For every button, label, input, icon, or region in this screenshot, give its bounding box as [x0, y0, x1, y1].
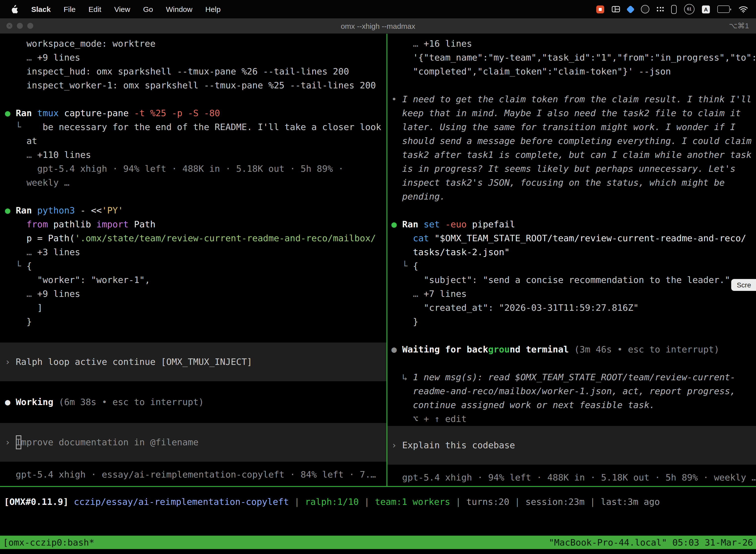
text-segment: └ [5, 122, 43, 132]
terminal-line: ● Ran tmux capture-pane -t %25 -p -S -80 [5, 106, 386, 120]
battery-percent-value: 61 [687, 7, 692, 11]
terminal-line: … +110 lines [5, 148, 386, 162]
blank-line [5, 329, 386, 342]
menu-item-edit[interactable]: Edit [88, 5, 102, 13]
terminal-line: at [5, 134, 386, 148]
text-segment: weekly … [5, 177, 69, 188]
window-grid-icon[interactable] [612, 6, 620, 12]
text-segment: team:1 workers [375, 496, 450, 507]
dots-grid-icon[interactable] [657, 7, 664, 11]
window-title-bar[interactable]: × omx --xhigh --madmax ⌥⌘1 [0, 18, 756, 34]
terminal-line: ● Working (6m 38s • esc to interrupt) [5, 395, 386, 409]
app-circle-icon[interactable] [641, 5, 649, 13]
screen-recording-indicator-icon[interactable] [596, 5, 604, 13]
text-segment: nd terminal [510, 344, 574, 354]
text-segment: ↳ [391, 372, 413, 382]
terminal-line: ● Waiting for background terminal (3m 46… [391, 342, 756, 356]
text-segment: workspace_mode: worktree [5, 38, 155, 49]
text-segment: grou [488, 344, 510, 354]
menu-item-window[interactable]: Window [166, 5, 192, 13]
prompt-band: › Ralph loop active continue [OMX_TMUX_I… [0, 342, 386, 381]
text-segment: … [26, 247, 37, 257]
menu-app-name[interactable]: Slack [31, 5, 51, 13]
input-source-icon[interactable]: A [702, 5, 710, 13]
text-segment: ralph:1/10 [305, 496, 359, 507]
text-segment: at [5, 135, 37, 146]
terminal-line: readme-and-reco/mailbox/worker-1.json, a… [391, 384, 756, 398]
text-segment: … [26, 52, 37, 63]
text-segment: { [413, 261, 419, 271]
text-segment [391, 288, 413, 299]
text-segment: turns:20 [466, 496, 509, 507]
text-segment [68, 496, 74, 507]
raycast-icon[interactable] [628, 6, 633, 12]
terminal-line: inspect_hud: omx sparkshell --tmux-pane … [5, 64, 386, 78]
terminal-line: later. Using the same for transition mig… [391, 120, 756, 134]
input-source-value: A [704, 6, 708, 12]
pill-icon[interactable] [671, 5, 677, 14]
text-segment [5, 52, 26, 63]
text-segment: +16 lines [424, 38, 472, 49]
terminal-line: pending. [391, 189, 756, 204]
text-segment: mprove documentation in @filename [21, 437, 198, 447]
text-segment: later. Using the same for transition mig… [391, 122, 736, 132]
text-segment: pending. [391, 191, 445, 202]
text-segment: Ran [402, 219, 424, 229]
terminal-line: is in progress? It seems likely but perh… [391, 162, 756, 176]
text-segment: -t %25 -p -S -80 [134, 108, 220, 118]
terminal-line: "completed","claim_token":"claim-token"}… [391, 64, 756, 78]
battery-percent-circle-icon[interactable]: 61 [684, 4, 694, 14]
text-segment: [OMX#0.11.9] [4, 496, 68, 507]
menu-item-view[interactable]: View [114, 5, 130, 13]
text-segment: Waiting for back [402, 344, 488, 354]
text-segment: p = Path( [5, 233, 75, 243]
text-segment: Ran [16, 205, 37, 215]
terminal-line: continue assigned work or next feasible … [391, 398, 756, 412]
terminal-line: } [391, 315, 756, 329]
menu-item-help[interactable]: Help [205, 5, 221, 13]
text-segment: pathlib [53, 219, 96, 229]
text-segment: | [509, 496, 525, 507]
terminal-line: … +16 lines [391, 37, 756, 51]
terminal-pane-right[interactable]: … +16 lines '{"team_name":"my-team","tas… [387, 34, 756, 486]
text-segment: ] [5, 302, 43, 313]
blank-line [391, 356, 756, 370]
menu-item-go[interactable]: Go [143, 5, 153, 13]
terminal-pane-left[interactable]: workspace_mode: worktree … +9 lines insp… [0, 34, 386, 486]
text-segment: └ [5, 261, 26, 271]
bottom-gap [0, 549, 756, 554]
apple-menu-icon[interactable] [11, 5, 18, 14]
tmux-status-bar: [omx-cczip0:bash* "MacBook-Pro-44.local"… [0, 536, 756, 549]
text-segment: pipefail [472, 219, 515, 229]
text-segment: keep that in mind. Maybe I also need the… [391, 108, 741, 118]
text-segment: … [26, 288, 37, 299]
text-segment: Path [134, 219, 155, 229]
text-segment: › [391, 440, 402, 450]
text-segment: (3m 46s • esc to interrupt) [574, 344, 719, 354]
terminal-line: cat "$OMX_TEAM_STATE_ROOT/team/review-cu… [391, 231, 756, 245]
text-segment: set [424, 219, 445, 229]
terminal-line: task2 after task1 is complete, but can I… [391, 148, 756, 162]
text-segment: "completed","claim_token":"claim-token"}… [391, 66, 671, 76]
terminal-line: "worker": "worker-1", [5, 273, 386, 287]
battery-icon[interactable] [717, 5, 731, 13]
terminal-line: inspect task2's JSON, focusing on the st… [391, 176, 756, 189]
tmux-host-clock: "MacBook-Pro-44.local" 05:03 31-Mar-26 [549, 537, 753, 548]
blank-line [5, 381, 386, 395]
terminal-line: from pathlib import Path [5, 217, 386, 231]
wifi-icon[interactable] [739, 6, 748, 13]
text-segment: ● [5, 397, 16, 407]
text-segment: … [26, 150, 37, 160]
menu-item-file[interactable]: File [63, 5, 75, 13]
blank-line [5, 409, 386, 423]
window-title: omx --xhigh --madmax [0, 21, 756, 30]
terminal-line: ● Ran python3 - <<'PY' [5, 204, 386, 217]
text-segment: task2 after task1 is complete, but can I… [391, 150, 752, 160]
terminal-line: └ be necessary for the end of the README… [5, 120, 386, 134]
terminal-line: "subject": "send a concise recommendatio… [391, 273, 756, 287]
text-segment: … [413, 288, 424, 299]
text-segment: … [413, 38, 424, 49]
text-segment: └ [391, 261, 413, 271]
text-segment: cczip/essay/ai-reimplementation-copyleft [74, 496, 289, 507]
terminal-line: ● Ran set -euo pipefail [391, 217, 756, 231]
